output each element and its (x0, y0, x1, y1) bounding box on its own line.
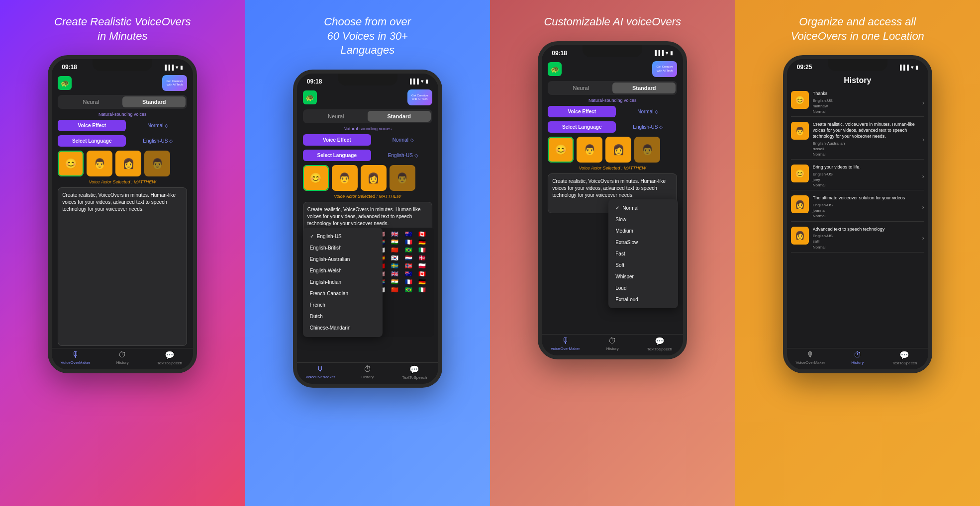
lang-dropdown-2[interactable]: English-US ◇ (374, 153, 432, 158)
lang-option-english-indian[interactable]: English-Indian (303, 276, 383, 288)
speed-whisper[interactable]: Whisper (608, 271, 678, 282)
nav-voiceover-label-1: VoiceOverMaker (61, 360, 90, 365)
subtitle-1: Natural-sounding voices (52, 111, 193, 118)
language-dropdown-overlay-2[interactable]: English-US English-British English-Austr… (303, 228, 383, 337)
voice-actor-3-3[interactable]: 👩 (605, 137, 631, 163)
history-item-1[interactable]: 😊 Thanks English-US matthew Normal › (791, 89, 924, 117)
nav-voiceover-4[interactable]: 🎙 VoiceOverMaker (787, 350, 834, 365)
signal-icon-3: ▐▐▐ (653, 50, 664, 56)
speed-extraslow[interactable]: ExtraSlow (608, 237, 678, 248)
signal-icon-1: ▐▐▐ (163, 65, 174, 70)
voice-effect-btn-2[interactable]: Voice Effect (303, 134, 371, 146)
tab-standard-3[interactable]: Standard (612, 83, 676, 93)
lang-option-english-british[interactable]: English-British (303, 242, 383, 253)
nav-tts-label-2: TextToSpeech (402, 375, 427, 380)
speed-dropdown-overlay-3[interactable]: Normal Slow Medium ExtraSlow Fast Soft W… (608, 199, 678, 308)
voice-mode-3[interactable]: Normal ◇ (619, 109, 677, 114)
lang-option-danish[interactable]: Danish (303, 334, 383, 337)
voice-mode-2[interactable]: Normal ◇ (374, 137, 432, 143)
lang-option-english-us[interactable]: English-US (303, 231, 383, 242)
status-icons-2: ▐▐▐ ▾ ▮ (408, 79, 428, 84)
history-info-1: Thanks English-US matthew Normal (813, 91, 918, 114)
select-lang-btn-1[interactable]: Select Language (58, 135, 126, 147)
voice-effect-btn-1[interactable]: Voice Effect (58, 120, 126, 131)
voice-actor-2-2[interactable]: 👨 (332, 165, 358, 191)
lang-option-french[interactable]: French (303, 299, 383, 311)
lang-option-chinese-mandarin[interactable]: Chinese-Mandarin (303, 322, 383, 334)
phone-screen-1: 09:18 ▐▐▐ ▾ ▮ 🐢 Get Creativewith AI Tech… (52, 59, 193, 369)
voice-effect-btn-3[interactable]: Voice Effect (548, 106, 616, 117)
history-item-3[interactable]: 😊 Bring your videos to life. English-US … (791, 163, 924, 190)
voice-mode-1[interactable]: Normal ◇ (129, 123, 187, 128)
nav-history-4[interactable]: ⏱ History (834, 350, 881, 365)
voice-actor-1-4[interactable]: 👨 (144, 151, 170, 176)
nav-history-3[interactable]: ⏱ History (589, 337, 636, 351)
nav-tts-3[interactable]: 💬 TextToSpeech (636, 337, 684, 351)
history-item-4[interactable]: 👩 The ultimate voiceover solution for yo… (791, 193, 924, 221)
select-lang-btn-2[interactable]: Select Language (303, 150, 371, 161)
voice-actor-1-3[interactable]: 👩 (115, 151, 141, 176)
lang-dropdown-1[interactable]: English-US ◇ (129, 138, 187, 144)
controls-row-3a: Voice Effect Normal ◇ (542, 104, 683, 119)
speed-soft[interactable]: Soft (608, 259, 678, 271)
voice-actor-3-2[interactable]: 👨 (577, 137, 602, 163)
text-area-1[interactable]: Create realistic, VoiceOvers in minutes.… (58, 187, 187, 346)
voice-actor-3-4[interactable]: 👨 (634, 137, 660, 163)
phone-screen-3: 09:18 ▐▐▐ ▾ ▮ 🐢 Get Creativewith AI Tech… (542, 45, 683, 355)
history-item-5[interactable]: 👩 Advanced text to speech technology Eng… (791, 225, 924, 253)
nav-voiceover-3[interactable]: 🎙 voiceOverMaker (542, 337, 589, 351)
tab-neural-1[interactable]: Neural (59, 96, 122, 107)
speed-loud[interactable]: Loud (608, 282, 678, 294)
nav-tts-4[interactable]: 💬 TextToSpeech (881, 350, 928, 365)
speed-medium[interactable]: Medium (608, 225, 678, 237)
voice-actor-2-3[interactable]: 👩 (361, 165, 387, 191)
speed-extraloud[interactable]: ExtraLoud (608, 294, 678, 305)
app-header-2: 🐢 Get Creativewith AI Tech (297, 87, 438, 107)
chevron-icon-5: › (922, 235, 924, 242)
history-item-2[interactable]: 👨 Create realistic, VoiceOvers in minute… (791, 120, 924, 160)
history-info-4: The ultimate voiceover solution for your… (813, 195, 918, 219)
voice-actor-3-1[interactable]: 😊 (548, 137, 574, 163)
nav-history-label-1: History (116, 360, 129, 365)
wifi-icon-4: ▾ (911, 65, 913, 70)
lang-option-english-australian[interactable]: English-Australian (303, 253, 383, 265)
phone-screen-4: 09:25 ▐▐▐ ▾ ▮ History 😊 Thanks English-U… (787, 59, 928, 369)
history-meta-5: English-US salli Normal (813, 233, 918, 250)
speed-normal[interactable]: Normal (608, 202, 678, 214)
phone-1: 09:18 ▐▐▐ ▾ ▮ 🐢 Get Creativewith AI Tech… (48, 55, 197, 373)
nav-history-1[interactable]: ⏱ History (99, 350, 146, 365)
lang-option-french-canadian[interactable]: French-Canadian (303, 288, 383, 299)
lang-option-english-welsh[interactable]: English-Welsh (303, 265, 383, 276)
nav-voiceover-2[interactable]: 🎙 VoiceOverMaker (297, 365, 344, 380)
nav-voiceover-1[interactable]: 🎙 VoiceOverMaker (52, 350, 99, 365)
panel-2-title: Choose from over 60 Voices in 30+ Langua… (324, 15, 411, 58)
voice-actor-2-4[interactable]: 👨 (390, 165, 415, 191)
tab-bar-2[interactable]: Neural Standard (303, 109, 432, 123)
voice-actors-row-3: 😊 👨 👩 👨 (542, 135, 683, 165)
status-icons-3: ▐▐▐ ▾ ▮ (653, 50, 673, 56)
tab-neural-3[interactable]: Neural (549, 83, 612, 93)
nav-tts-1[interactable]: 💬 TextToSpeech (146, 350, 194, 365)
voice-actor-2-1[interactable]: 😊 (303, 165, 329, 191)
lang-dropdown-3[interactable]: English-US ◇ (619, 124, 677, 130)
nav-tts-2[interactable]: 💬 TextToSpeech (391, 365, 438, 380)
speed-slow[interactable]: Slow (608, 214, 678, 225)
voice-actors-row-1: 😊 👨 👩 👨 (52, 149, 193, 178)
text-content-3: Create realistic, VoiceOvers in minutes.… (552, 178, 673, 199)
select-lang-btn-3[interactable]: Select Language (548, 121, 616, 133)
tab-standard-1[interactable]: Standard (122, 96, 186, 107)
app-banner-2: Get Creativewith AI Tech (407, 89, 432, 105)
voice-actor-1-1[interactable]: 😊 (58, 151, 84, 176)
phone-4: 09:25 ▐▐▐ ▾ ▮ History 😊 Thanks English-U… (783, 55, 932, 373)
tab-bar-1[interactable]: Neural Standard (58, 95, 187, 109)
tab-bar-3[interactable]: Neural Standard (548, 81, 677, 95)
nav-history-2[interactable]: ⏱ History (344, 365, 391, 380)
controls-row-2b: Select Language English-US ◇ (297, 148, 438, 163)
nav-voiceover-icon-2: 🎙 (316, 365, 324, 374)
voice-actor-1-2[interactable]: 👨 (87, 151, 112, 176)
lang-option-dutch[interactable]: Dutch (303, 311, 383, 322)
subtitle-2: Natural-sounding voices (297, 125, 438, 132)
tab-standard-2[interactable]: Standard (368, 111, 431, 122)
tab-neural-2[interactable]: Neural (304, 111, 368, 122)
speed-fast[interactable]: Fast (608, 248, 678, 259)
